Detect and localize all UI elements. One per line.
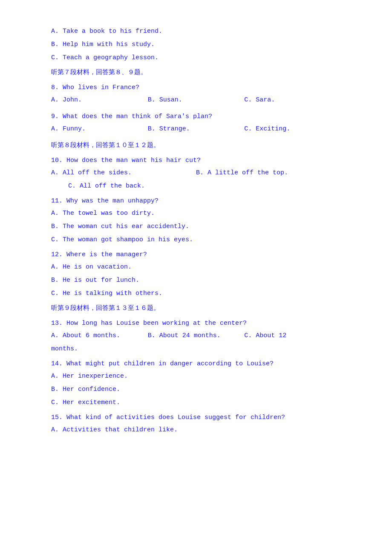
q10-option-b: B. A little off the top. bbox=[196, 167, 341, 179]
q14-option-c: C. Her excitement. bbox=[51, 397, 341, 408]
q10-option-a: A. All off the sides. bbox=[51, 167, 196, 179]
q13-continuation: months. bbox=[51, 343, 341, 355]
question-10: 10. How does the man want his hair cut? bbox=[51, 155, 341, 166]
question-9-options: A. Funny. B. Strange. C. Exciting. bbox=[51, 123, 341, 136]
option-a-take-book: A. Take a book to his friend. bbox=[51, 26, 341, 37]
q13-option-b: B. About 24 months. bbox=[148, 330, 245, 341]
question-8-options: A. John. B. Susan. C. Sara. bbox=[51, 94, 341, 107]
q8-option-a: A. John. bbox=[51, 94, 148, 106]
question-14: 14. What might put children in danger ac… bbox=[51, 358, 341, 370]
q12-option-c: C. He is talking with others. bbox=[51, 288, 341, 299]
section-7: 听第７段材料，回答第８、９题。 bbox=[51, 67, 341, 78]
q10-option-c: C. All off the back. bbox=[51, 180, 341, 192]
q12-option-a: A. He is on vacation. bbox=[51, 261, 341, 273]
question-15: 15. What kind of activities does Louise … bbox=[51, 412, 341, 423]
option-c-teach-geography: C. Teach a geography lesson. bbox=[51, 52, 341, 64]
q8-option-b: B. Susan. bbox=[148, 94, 245, 106]
q9-option-b: B. Strange. bbox=[148, 123, 245, 135]
q13-option-c: C. About 12 bbox=[244, 330, 341, 341]
question-12: 12. Where is the manager? bbox=[51, 249, 341, 260]
q8-option-c: C. Sara. bbox=[244, 94, 341, 106]
question-9: 9. What does the man think of Sara's pla… bbox=[51, 111, 341, 122]
question-13-options: A. About 6 months. B. About 24 months. C… bbox=[51, 330, 341, 343]
question-8: 8. Who lives in France? bbox=[51, 82, 341, 93]
q12-option-b: B. He is out for lunch. bbox=[51, 275, 341, 286]
q11-option-c: C. The woman got shampoo in his eyes. bbox=[51, 234, 341, 246]
q15-option-a: A. Activities that children like. bbox=[51, 424, 341, 436]
section-8: 听第８段材料，回答第１０至１２题。 bbox=[51, 140, 341, 151]
page-content: A. Take a book to his friend. B. Help hi… bbox=[51, 26, 341, 436]
q14-option-a: A. Her inexperience. bbox=[51, 370, 341, 382]
q9-option-a: A. Funny. bbox=[51, 123, 148, 135]
q11-option-b: B. The woman cut his ear accidently. bbox=[51, 221, 341, 232]
question-10-options: A. All off the sides. B. A little off th… bbox=[51, 167, 341, 180]
q14-option-b: B. Her confidence. bbox=[51, 384, 341, 395]
option-b-help-study: B. Help him with his study. bbox=[51, 39, 341, 50]
section-9: 听第９段材料，回答第１３至１６题。 bbox=[51, 303, 341, 314]
question-13: 13. How long has Louise been working at … bbox=[51, 318, 341, 329]
q11-option-a: A. The towel was too dirty. bbox=[51, 208, 341, 219]
question-11: 11. Why was the man unhappy? bbox=[51, 195, 341, 207]
q9-option-c: C. Exciting. bbox=[244, 123, 341, 135]
q13-option-a: A. About 6 months. bbox=[51, 330, 148, 341]
